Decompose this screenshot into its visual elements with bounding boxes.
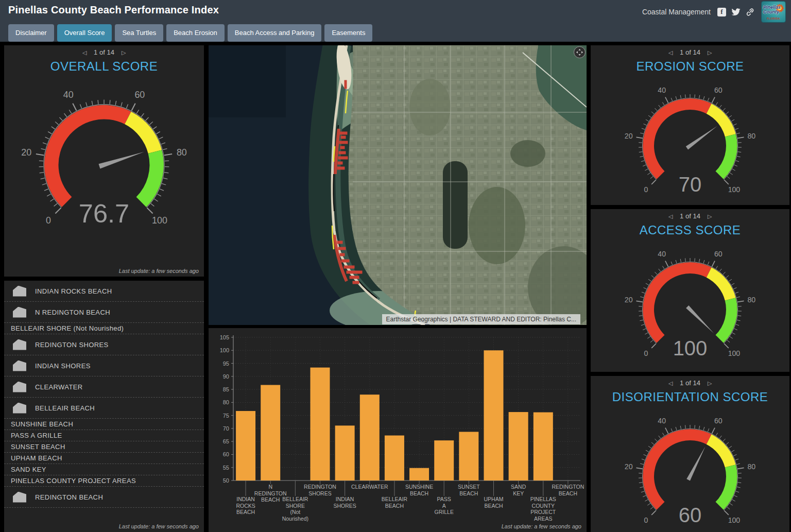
svg-text:90: 90 [223,373,229,380]
pager-prev-icon[interactable]: ◁ [668,213,673,220]
bar[interactable] [434,440,454,480]
facebook-icon[interactable]: f [717,8,726,16]
svg-text:0: 0 [644,516,648,524]
svg-text:SUNSET: SUNSET [458,484,480,490]
svg-text:80: 80 [747,462,755,471]
pager-label: 1 of 14 [680,379,700,387]
last-update: Last update: a few seconds ago [502,523,581,529]
svg-text:40: 40 [658,86,666,94]
list-item[interactable]: SAND KEY [4,464,204,475]
svg-text:70: 70 [223,425,229,432]
list-item[interactable]: REDINGTON SHORES [4,334,204,355]
bar[interactable] [311,368,330,480]
pager-next-icon[interactable]: ▷ [708,213,712,220]
pager-prev-icon[interactable]: ◁ [668,49,673,56]
list-item-label: PINELLAS COUNTY PROJECT AREAS [11,477,136,485]
polygon-feature-icon [13,307,26,318]
svg-text:SAND: SAND [511,484,526,490]
bar[interactable] [261,385,280,480]
svg-text:75: 75 [223,413,229,419]
list-item[interactable]: PASS A GRILLE [4,430,204,441]
tab-beach-access-and-parking[interactable]: Beach Access and Parking [228,24,322,42]
svg-text:BEACH: BEACH [261,496,280,503]
list-item-label: REDINGTON BEACH [35,493,103,501]
list-item-label: N REDINGTON BEACH [35,308,110,316]
svg-text:INDIAN: INDIAN [236,496,255,502]
svg-text:100: 100 [728,349,741,357]
svg-text:AREAS: AREAS [534,516,553,522]
bar[interactable] [459,432,478,480]
pager-label: 1 of 14 [680,48,700,56]
svg-text:REDINGTON: REDINGTON [552,484,584,490]
map-expand-button[interactable] [574,46,586,58]
bar[interactable] [534,413,553,480]
score-bar-chart: 50556065707580859095100105INDIANROCKSBEA… [209,328,587,532]
list-item[interactable]: INDIAN SHORES [4,355,204,376]
map-mainland [349,45,587,325]
last-update: Last update: a few seconds ago [119,523,199,529]
svg-text:80: 80 [177,147,187,158]
list-item[interactable]: PINELLAS COUNTY PROJECT AREAS [4,475,204,487]
svg-text:80: 80 [223,399,229,405]
svg-text:105: 105 [220,334,229,340]
bar[interactable] [509,412,528,480]
list-item-label: SUNSET BEACH [11,443,65,451]
share-link-icon[interactable] [746,8,754,16]
gauge-needle [686,447,705,480]
svg-text:BEACH: BEACH [484,503,503,509]
overall-score-panel: ◁ 1 of 14 ▷ OVERALL SCORE 02040608010076… [4,45,204,277]
svg-text:PASS: PASS [437,496,451,502]
svg-text:BEACH: BEACH [410,490,428,496]
pager-next-icon[interactable]: ▷ [708,380,712,387]
list-item-label: UPHAM BEACH [11,454,62,462]
pager-next-icon[interactable]: ▷ [708,49,712,56]
list-item[interactable]: SUNSHINE BEACH [4,419,204,430]
list-item[interactable]: REDINGTON BEACH [4,487,204,508]
svg-text:100: 100 [728,516,741,524]
bar[interactable] [335,425,355,480]
satellite-map[interactable] [209,45,587,325]
svg-text:KEY: KEY [513,490,524,496]
svg-text:40: 40 [63,90,74,100]
svg-text:ROCKS: ROCKS [236,503,255,509]
pager-prev-icon[interactable]: ◁ [668,380,673,387]
svg-text:REDINGTON: REDINGTON [304,484,336,490]
twitter-icon[interactable] [731,8,741,16]
pager-next-icon[interactable]: ▷ [122,49,126,56]
svg-text:0: 0 [644,185,648,194]
list-item-label: SAND KEY [11,466,46,473]
tab-overall-score[interactable]: Overall Score [57,24,112,42]
list-item[interactable]: N REDINGTON BEACH [4,302,204,323]
tab-sea-turtles[interactable]: Sea Turtles [115,24,163,42]
bar[interactable] [484,350,504,480]
svg-text:100: 100 [152,215,167,226]
list-item-label: PASS A GRILLE [11,432,62,439]
list-item[interactable]: INDIAN ROCKS BEACH [4,281,204,302]
gauge-needle [686,126,717,150]
tab-disclaimer[interactable]: Disclaimer [8,24,54,42]
last-update: Last update: a few seconds ago [119,268,199,274]
panel-title: DISORIENTATION SCORE [591,390,789,404]
svg-text:0: 0 [644,349,648,357]
map-attribution: Earthstar Geographics | DATA STEWARD AND… [382,314,580,324]
svg-text:65: 65 [223,438,229,444]
list-item[interactable]: UPHAM BEACH [4,453,204,464]
bar[interactable] [360,394,380,480]
panel-title: ACCESS SCORE [591,223,789,237]
list-item[interactable]: BELLEAIR SHORE (Not Nourished) [4,323,204,334]
svg-text:60: 60 [223,451,229,457]
pager-prev-icon[interactable]: ◁ [82,49,87,56]
tab-easements[interactable]: Easements [324,24,372,42]
tab-beach-erosion[interactable]: Beach Erosion [166,24,225,42]
pinellas-county-logo[interactable]: Pinellas County FLORIDA [761,1,786,23]
bar[interactable] [385,436,404,480]
disorientation-score-gauge: 02040608010060 [613,404,767,532]
bar[interactable] [236,411,255,480]
svg-text:60: 60 [714,417,723,425]
bar[interactable] [409,468,429,480]
svg-text:INDIAN: INDIAN [336,496,354,502]
list-item[interactable]: SUNSET BEACH [4,441,204,453]
list-item[interactable]: BELLEAIR BEACH [4,398,204,419]
disorientation-score-panel: ◁ 1 of 14 ▷ DISORIENTATION SCORE 0204060… [591,376,789,532]
list-item[interactable]: CLEARWATER [4,376,204,398]
